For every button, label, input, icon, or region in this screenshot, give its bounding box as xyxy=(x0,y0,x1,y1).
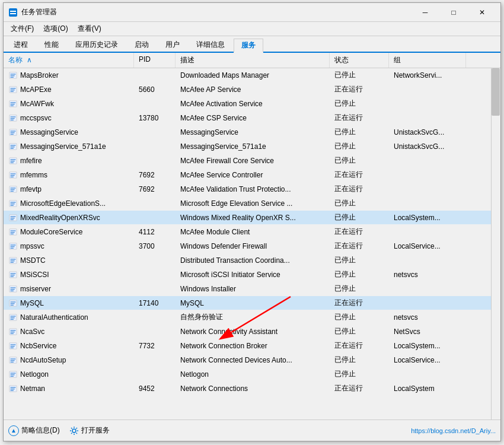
svg-rect-38 xyxy=(11,190,14,191)
table-row[interactable]: MapsBrokerDownloaded Maps Manager已停止Netw… xyxy=(4,68,500,82)
svg-rect-74 xyxy=(11,319,14,319)
tab-users[interactable]: 用户 xyxy=(158,37,187,52)
service-icon xyxy=(8,142,18,151)
svg-rect-56 xyxy=(11,259,16,259)
service-name: MixedRealityOpenXRSvc xyxy=(20,214,100,222)
svg-rect-61 xyxy=(11,275,15,275)
tab-process[interactable]: 进程 xyxy=(6,37,36,52)
service-pid xyxy=(134,211,176,224)
tab-performance[interactable]: 性能 xyxy=(37,37,66,52)
tab-details[interactable]: 详细信息 xyxy=(189,37,232,52)
table-row[interactable]: mfefireMcAfee Firewall Core Service已停止 xyxy=(4,154,500,168)
col-desc[interactable]: 描述 xyxy=(176,53,330,68)
tab-services[interactable]: 服务 xyxy=(234,39,263,53)
service-status: 已停止 xyxy=(330,253,389,267)
service-pid xyxy=(134,325,176,338)
table-row[interactable]: mfemms7692McAfee Service Controller正在运行 xyxy=(4,168,500,182)
svg-rect-8 xyxy=(11,88,16,88)
close-button[interactable]: ✕ xyxy=(468,3,496,22)
col-group[interactable]: 组 xyxy=(389,53,466,68)
menu-file[interactable]: 文件(F) xyxy=(6,23,39,35)
service-desc: McAfee Activation Service xyxy=(176,97,330,110)
table-row[interactable]: MySQL17140MySQL正在运行 xyxy=(4,296,500,310)
service-desc: Microsoft iSCSI Initiator Service xyxy=(176,268,330,281)
table-row[interactable]: NaturalAuthentication自然身份验证已停止netsvcs xyxy=(4,310,500,325)
service-name-cell: MapsBroker xyxy=(4,68,134,82)
menu-bar: 文件(F) 选项(O) 查看(V) xyxy=(4,22,500,36)
service-desc: McAfee CSP Service xyxy=(176,111,330,125)
service-name-cell: MessagingService xyxy=(4,125,134,139)
window-controls: ─ □ ✕ xyxy=(412,3,496,22)
service-group: LocalService... xyxy=(389,239,466,253)
svg-rect-54 xyxy=(11,247,14,248)
svg-rect-10 xyxy=(11,91,14,91)
table-row[interactable]: mfevtp7692McAfee Validation Trust Protec… xyxy=(4,182,500,196)
service-pid: 5660 xyxy=(134,82,176,96)
table-row[interactable]: MSiSCSIMicrosoft iSCSI Initiator Service… xyxy=(4,268,500,282)
svg-rect-58 xyxy=(11,262,14,262)
service-status: 已停止 xyxy=(330,367,389,381)
svg-rect-78 xyxy=(11,333,14,333)
service-name-cell: mpssvc xyxy=(4,239,134,253)
main-content: 名称 ∧ PID 描述 状态 组 MapsBrokerDownloaded Ma… xyxy=(4,53,500,419)
service-status: 已停止 xyxy=(330,196,389,210)
service-pid: 9452 xyxy=(134,382,176,395)
table-row[interactable]: Netman9452Network Connections正在运行LocalSy… xyxy=(4,382,500,396)
table-row[interactable]: NcdAutoSetupNetwork Connected Devices Au… xyxy=(4,353,500,367)
table-row[interactable]: NetlogonNetlogon已停止 xyxy=(4,367,500,382)
service-pid: 3700 xyxy=(134,239,176,253)
svg-rect-88 xyxy=(11,373,16,373)
table-wrapper: 名称 ∧ PID 描述 状态 组 MapsBrokerDownloaded Ma… xyxy=(4,53,500,419)
open-service-button[interactable]: 打开服务 xyxy=(69,425,110,436)
table-row[interactable]: ModuleCoreService4112McAfee Module Clien… xyxy=(4,225,500,239)
service-pid: 13780 xyxy=(134,111,176,125)
service-icon xyxy=(8,313,18,322)
service-icon xyxy=(8,241,18,251)
col-status[interactable]: 状态 xyxy=(330,53,389,68)
table-row[interactable]: NcaSvcNetwork Connectivity Assistant已停止N… xyxy=(4,325,500,339)
svg-point-95 xyxy=(72,429,76,433)
minimize-button[interactable]: ─ xyxy=(412,3,439,22)
tab-startup[interactable]: 启动 xyxy=(127,37,157,52)
service-name-cell: mccspsvc xyxy=(4,111,134,125)
table-row[interactable]: MessagingServiceMessagingService已停止Unist… xyxy=(4,125,500,139)
table-row[interactable]: MixedRealityOpenXRSvcWindows Mixed Reali… xyxy=(4,211,500,225)
service-icon xyxy=(8,355,18,365)
service-group: NetworkServi... xyxy=(389,68,466,82)
service-icon xyxy=(8,370,18,379)
service-status: 正在运行 xyxy=(330,382,389,395)
menu-options[interactable]: 选项(O) xyxy=(39,23,72,35)
col-pid[interactable]: PID xyxy=(134,53,176,68)
service-status: 已停止 xyxy=(330,125,389,139)
svg-rect-36 xyxy=(11,187,16,188)
scrollbar[interactable] xyxy=(491,68,500,419)
svg-rect-89 xyxy=(11,374,15,375)
service-group xyxy=(389,97,466,110)
table-row[interactable]: MicrosoftEdgeElevationS...Microsoft Edge… xyxy=(4,196,500,211)
service-status: 已停止 xyxy=(330,353,389,367)
service-status: 正在运行 xyxy=(330,339,389,352)
table-row[interactable]: MSDTCDistributed Transaction Coordina...… xyxy=(4,253,500,268)
scrollbar-thumb[interactable] xyxy=(492,68,500,116)
table-row[interactable]: MessagingService_571a1eMessagingService_… xyxy=(4,139,500,154)
service-name: ModuleCoreService xyxy=(20,228,82,236)
service-desc: MessagingService_571a1e xyxy=(176,139,330,153)
table-row[interactable]: McAWFwkMcAfee Activation Service已停止 xyxy=(4,97,500,111)
summary-button[interactable]: ▲ 简略信息(D) xyxy=(8,425,60,436)
table-row[interactable]: NcbService7732Network Connection Broker正… xyxy=(4,339,500,353)
table-row[interactable]: McAPExe5660McAfee AP Service正在运行 xyxy=(4,82,500,97)
table-row[interactable]: msiserverWindows Installer已停止 xyxy=(4,282,500,296)
tab-app-history[interactable]: 应用历史记录 xyxy=(68,37,126,52)
svg-rect-76 xyxy=(11,330,16,330)
maximize-button[interactable]: □ xyxy=(440,3,467,22)
service-name: MapsBroker xyxy=(20,71,59,80)
svg-rect-37 xyxy=(11,189,15,190)
service-desc: Network Connectivity Assistant xyxy=(176,325,330,338)
col-name[interactable]: 名称 ∧ xyxy=(4,53,134,68)
service-status: 正在运行 xyxy=(330,82,389,96)
service-name-cell: mfemms xyxy=(4,168,134,182)
bottom-bar: ▲ 简略信息(D) 打开服务 https://blog.csdn.net/D_A… xyxy=(4,419,500,441)
table-row[interactable]: mccspsvc13780McAfee CSP Service正在运行 xyxy=(4,111,500,125)
table-row[interactable]: mpssvc3700Windows Defender Firewall正在运行L… xyxy=(4,239,500,253)
menu-view[interactable]: 查看(V) xyxy=(73,23,106,35)
